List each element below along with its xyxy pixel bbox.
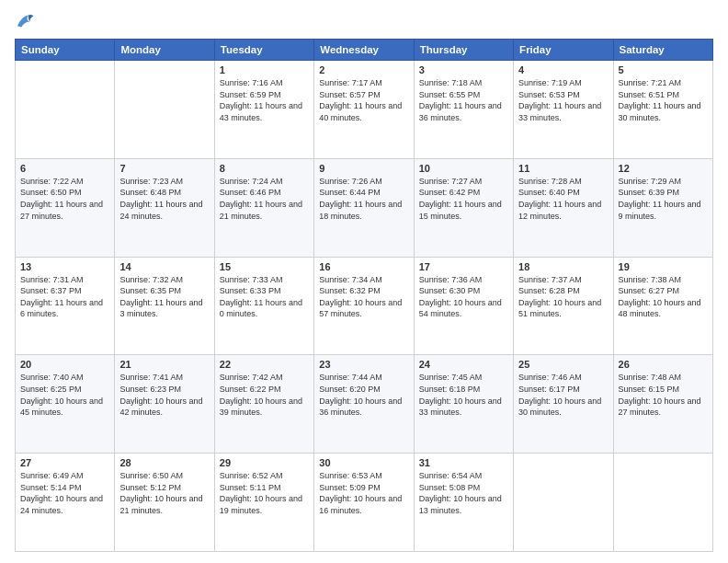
calendar-header: SundayMondayTuesdayWednesdayThursdayFrid… — [16, 40, 713, 61]
calendar-cell — [16, 61, 115, 159]
day-info: Sunrise: 7:22 AMSunset: 6:50 PMDaylight:… — [20, 176, 109, 222]
calendar-cell: 13Sunrise: 7:31 AMSunset: 6:37 PMDayligh… — [16, 257, 115, 355]
day-info: Sunrise: 6:52 AMSunset: 5:11 PMDaylight:… — [220, 470, 309, 516]
day-info: Sunrise: 7:23 AMSunset: 6:48 PMDaylight:… — [119, 176, 209, 222]
day-info: Sunrise: 6:54 AMSunset: 5:08 PMDaylight:… — [419, 470, 508, 516]
calendar-cell: 5Sunrise: 7:21 AMSunset: 6:51 PMDaylight… — [613, 61, 712, 159]
day-number: 21 — [119, 359, 209, 370]
logo — [15, 11, 39, 31]
day-number: 5 — [619, 64, 708, 75]
header — [15, 11, 713, 31]
day-number: 13 — [20, 261, 109, 272]
page: SundayMondayTuesdayWednesdayThursdayFrid… — [0, 0, 728, 563]
weekday-header-wednesday: Wednesday — [314, 40, 414, 61]
calendar-cell — [115, 61, 214, 159]
calendar-cell: 9Sunrise: 7:26 AMSunset: 6:44 PMDaylight… — [314, 158, 414, 257]
calendar-cell: 6Sunrise: 7:22 AMSunset: 6:50 PMDaylight… — [16, 158, 115, 257]
day-number: 29 — [220, 457, 309, 468]
calendar-table: SundayMondayTuesdayWednesdayThursdayFrid… — [15, 39, 713, 552]
day-info: Sunrise: 7:37 AMSunset: 6:28 PMDaylight:… — [518, 274, 608, 320]
calendar-cell: 12Sunrise: 7:29 AMSunset: 6:39 PMDayligh… — [613, 158, 712, 257]
calendar-cell: 10Sunrise: 7:27 AMSunset: 6:42 PMDayligh… — [414, 158, 513, 257]
day-number: 22 — [220, 359, 309, 370]
calendar-cell: 8Sunrise: 7:24 AMSunset: 6:46 PMDaylight… — [214, 158, 313, 257]
calendar-week-0: 1Sunrise: 7:16 AMSunset: 6:59 PMDaylight… — [16, 61, 713, 159]
day-number: 3 — [419, 64, 508, 75]
day-info: Sunrise: 7:40 AMSunset: 6:25 PMDaylight:… — [20, 372, 109, 418]
day-number: 18 — [518, 261, 608, 272]
day-number: 17 — [419, 261, 508, 272]
calendar-cell: 3Sunrise: 7:18 AMSunset: 6:55 PMDaylight… — [414, 61, 513, 159]
day-number: 11 — [518, 163, 608, 174]
calendar-cell: 7Sunrise: 7:23 AMSunset: 6:48 PMDaylight… — [115, 158, 214, 257]
day-info: Sunrise: 7:44 AMSunset: 6:20 PMDaylight:… — [319, 372, 408, 418]
day-info: Sunrise: 7:26 AMSunset: 6:44 PMDaylight:… — [319, 176, 408, 222]
calendar-cell: 19Sunrise: 7:38 AMSunset: 6:27 PMDayligh… — [613, 257, 712, 355]
day-number: 1 — [220, 64, 309, 75]
day-info: Sunrise: 7:42 AMSunset: 6:22 PMDaylight:… — [220, 372, 309, 418]
day-info: Sunrise: 7:38 AMSunset: 6:27 PMDaylight:… — [619, 274, 708, 320]
day-info: Sunrise: 7:17 AMSunset: 6:57 PMDaylight:… — [319, 77, 408, 123]
day-info: Sunrise: 7:19 AMSunset: 6:53 PMDaylight:… — [518, 77, 608, 123]
day-info: Sunrise: 7:36 AMSunset: 6:30 PMDaylight:… — [419, 274, 508, 320]
day-info: Sunrise: 7:34 AMSunset: 6:32 PMDaylight:… — [319, 274, 408, 320]
day-info: Sunrise: 7:16 AMSunset: 6:59 PMDaylight:… — [220, 77, 309, 123]
calendar-cell: 25Sunrise: 7:46 AMSunset: 6:17 PMDayligh… — [514, 355, 613, 454]
calendar-cell: 27Sunrise: 6:49 AMSunset: 5:14 PMDayligh… — [16, 454, 115, 552]
day-number: 27 — [20, 457, 109, 468]
day-number: 6 — [20, 163, 109, 174]
calendar-cell: 18Sunrise: 7:37 AMSunset: 6:28 PMDayligh… — [514, 257, 613, 355]
day-number: 14 — [119, 261, 209, 272]
calendar-week-4: 27Sunrise: 6:49 AMSunset: 5:14 PMDayligh… — [16, 454, 713, 552]
weekday-header-saturday: Saturday — [613, 40, 712, 61]
day-info: Sunrise: 6:49 AMSunset: 5:14 PMDaylight:… — [20, 470, 109, 516]
calendar-cell: 11Sunrise: 7:28 AMSunset: 6:40 PMDayligh… — [514, 158, 613, 257]
day-info: Sunrise: 7:45 AMSunset: 6:18 PMDaylight:… — [419, 372, 508, 418]
day-number: 19 — [619, 261, 708, 272]
calendar-cell: 24Sunrise: 7:45 AMSunset: 6:18 PMDayligh… — [414, 355, 513, 454]
weekday-header-friday: Friday — [514, 40, 613, 61]
day-info: Sunrise: 6:53 AMSunset: 5:09 PMDaylight:… — [319, 470, 408, 516]
day-number: 9 — [319, 163, 408, 174]
day-info: Sunrise: 7:48 AMSunset: 6:15 PMDaylight:… — [619, 372, 708, 418]
day-number: 8 — [220, 163, 309, 174]
day-info: Sunrise: 7:28 AMSunset: 6:40 PMDaylight:… — [518, 176, 608, 222]
calendar-cell: 2Sunrise: 7:17 AMSunset: 6:57 PMDaylight… — [314, 61, 414, 159]
weekday-header-sunday: Sunday — [16, 40, 115, 61]
day-number: 31 — [419, 457, 508, 468]
day-info: Sunrise: 7:21 AMSunset: 6:51 PMDaylight:… — [619, 77, 708, 123]
weekday-row: SundayMondayTuesdayWednesdayThursdayFrid… — [16, 40, 713, 61]
day-number: 30 — [319, 457, 408, 468]
day-info: Sunrise: 7:29 AMSunset: 6:39 PMDaylight:… — [619, 176, 708, 222]
calendar-cell: 28Sunrise: 6:50 AMSunset: 5:12 PMDayligh… — [115, 454, 214, 552]
day-number: 16 — [319, 261, 408, 272]
day-info: Sunrise: 7:27 AMSunset: 6:42 PMDaylight:… — [419, 176, 508, 222]
day-number: 23 — [319, 359, 408, 370]
weekday-header-monday: Monday — [115, 40, 214, 61]
calendar-cell: 31Sunrise: 6:54 AMSunset: 5:08 PMDayligh… — [414, 454, 513, 552]
calendar-cell: 15Sunrise: 7:33 AMSunset: 6:33 PMDayligh… — [214, 257, 313, 355]
calendar-cell: 26Sunrise: 7:48 AMSunset: 6:15 PMDayligh… — [613, 355, 712, 454]
day-number: 4 — [518, 64, 608, 75]
day-number: 10 — [419, 163, 508, 174]
day-number: 20 — [20, 359, 109, 370]
calendar-cell: 4Sunrise: 7:19 AMSunset: 6:53 PMDaylight… — [514, 61, 613, 159]
day-info: Sunrise: 7:32 AMSunset: 6:35 PMDaylight:… — [119, 274, 209, 320]
calendar-cell: 23Sunrise: 7:44 AMSunset: 6:20 PMDayligh… — [314, 355, 414, 454]
day-info: Sunrise: 7:24 AMSunset: 6:46 PMDaylight:… — [220, 176, 309, 222]
calendar-week-2: 13Sunrise: 7:31 AMSunset: 6:37 PMDayligh… — [16, 257, 713, 355]
day-info: Sunrise: 7:31 AMSunset: 6:37 PMDaylight:… — [20, 274, 109, 320]
day-number: 24 — [419, 359, 508, 370]
calendar-cell: 29Sunrise: 6:52 AMSunset: 5:11 PMDayligh… — [214, 454, 313, 552]
calendar-cell — [514, 454, 613, 552]
calendar-cell — [613, 454, 712, 552]
day-info: Sunrise: 7:41 AMSunset: 6:23 PMDaylight:… — [119, 372, 209, 418]
day-info: Sunrise: 6:50 AMSunset: 5:12 PMDaylight:… — [119, 470, 209, 516]
calendar-week-3: 20Sunrise: 7:40 AMSunset: 6:25 PMDayligh… — [16, 355, 713, 454]
calendar-week-1: 6Sunrise: 7:22 AMSunset: 6:50 PMDaylight… — [16, 158, 713, 257]
day-number: 26 — [619, 359, 708, 370]
day-number: 7 — [119, 163, 209, 174]
day-number: 12 — [619, 163, 708, 174]
calendar-cell: 30Sunrise: 6:53 AMSunset: 5:09 PMDayligh… — [314, 454, 414, 552]
day-info: Sunrise: 7:18 AMSunset: 6:55 PMDaylight:… — [419, 77, 508, 123]
